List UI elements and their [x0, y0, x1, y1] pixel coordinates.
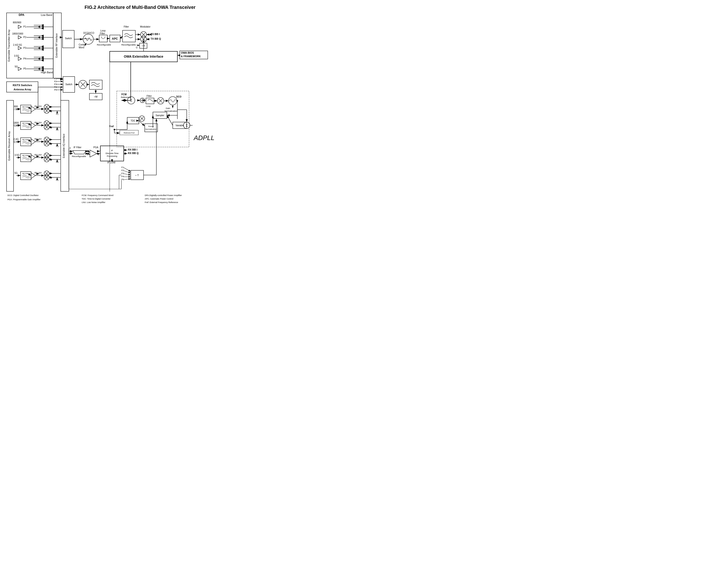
b2-lna-label: B2 LNA — [35, 121, 42, 124]
high-band-label: High Band — [41, 71, 53, 74]
i-b4-label: I — [50, 155, 51, 157]
sigma2-label: Σ — [186, 123, 188, 127]
f5-bot-label: F5 — [121, 178, 124, 181]
rf-filter-b3-label: RF Filter — [22, 139, 30, 141]
retimed-fref-label: Retimed Fref — [124, 132, 135, 134]
svg-rect-3 — [0, 0, 280, 215]
q-div-label: Q — [136, 46, 137, 49]
rx-tx-switches-label: RX/TX Switches — [13, 84, 32, 87]
p1-rx-label: P1 — [54, 77, 57, 80]
loop-filter-label2: Filter — [100, 32, 105, 35]
rf-filter-b4-label: RF Filter — [22, 155, 30, 157]
fcw-label: FCW — [121, 93, 127, 96]
tdc-label: TDC — [131, 119, 136, 122]
low-band-label: Low Band — [41, 14, 52, 16]
i-pga-label: I — [98, 150, 98, 152]
reconfigurable-if-label: Reconfigurable — [72, 155, 86, 158]
rx-5g-label: 5G — [14, 172, 18, 174]
freq-1800-label: 1800/1900 — [12, 32, 23, 35]
f2-bot-label: F2 — [121, 169, 124, 172]
f3-bot-label: F3 — [121, 172, 124, 175]
tx-bb-i-label: TX BB I — [151, 33, 160, 35]
rf-filter-b2-label: RF Filter — [22, 122, 30, 124]
switch-tx-label: Switch — [65, 37, 72, 40]
rx-35-label: 3.5G — [14, 154, 20, 156]
footnote-pga: PGA: Programmable Gain Amplifier — [7, 198, 41, 201]
rx-1900-label: /1900 — [14, 124, 19, 127]
pga-label: PGA — [93, 146, 98, 149]
freq-800-label: 800/900 — [13, 21, 21, 24]
footnote-lna: LNA: Low Noise Amplifier — [82, 201, 106, 204]
extensible-rf-interface-label: Extensible RF Interface — [55, 33, 58, 58]
if-dsp-label3: Processing — [107, 155, 117, 157]
gain-norm-label1: Gain — [166, 107, 170, 109]
i-if-dsp-label: I — [125, 149, 125, 151]
div-t-label: ÷ T — [135, 174, 139, 177]
extensible-transmitter-array-label: Extensible Transmitter Array — [7, 29, 10, 62]
div-r-label: ÷R — [142, 44, 145, 47]
extensible-iq-interface-label: Extensible I/Q Interface — [63, 134, 65, 158]
diagram-container: FIG.2 Architecture of Multi-Band OWA Tra… — [0, 0, 280, 215]
if-dsp-label1: IF — [111, 149, 113, 152]
freq-35-label: 3.5G — [14, 55, 19, 57]
extensible-receiver-array-label: Extensible Receiver Array — [8, 131, 11, 161]
i-b5-label: I — [50, 172, 51, 175]
q-pga-label: Q — [98, 153, 99, 155]
adpll-label: ADPLL — [193, 134, 215, 141]
freq-24-label: 2.4/2.5G — [13, 44, 22, 46]
i-if-label: I — [87, 150, 88, 152]
filter-rx-label: Filter — [147, 95, 152, 97]
if-dsp-label2: Discrete-Time — [106, 152, 119, 155]
f4-bot-label: F4 — [121, 175, 124, 178]
reconfigurable-tx-label: Reconfigurable — [97, 44, 111, 46]
modulator-label: Modulator — [140, 25, 151, 28]
i-b2-label: I — [50, 122, 51, 125]
q-if-dsp-label: Q — [125, 152, 126, 155]
p2-rx-label: P2 — [54, 80, 57, 83]
footnote-dco: DCO: Digital Controlled Oscillator — [7, 194, 39, 197]
rx-800-label: 800 — [14, 105, 18, 108]
b4-lna-label: B4 LNA — [35, 154, 42, 156]
i-div-label: I — [136, 44, 137, 46]
footnote-apc: APC: Automatic Power Control — [145, 198, 173, 200]
rx-1800-label: 1800 — [14, 122, 19, 124]
footnote-dpa: DPA:Digitally-controlled Power Amplifier — [145, 194, 182, 197]
sampler-label: Sampler — [155, 114, 164, 117]
antenna-array-label: Antenna Array — [14, 88, 31, 91]
control-word-label2: Word — [79, 46, 84, 49]
reconfigurable-filter-label: Reconfigurable — [121, 44, 136, 46]
b5-lna-label: B5 LNA — [35, 172, 42, 174]
rx-900-label: / 900 — [14, 108, 19, 111]
rx-25-label: /2.5G — [14, 141, 19, 143]
i-iq-out-label: I — [70, 147, 70, 149]
i-b3-label: I — [50, 139, 51, 141]
p3-tx-label: P3 — [23, 47, 26, 49]
p4-tx-label: P4 — [23, 57, 26, 60]
loop-rx-label: Loop — [146, 105, 151, 107]
p1-tx-label: P1 — [23, 25, 26, 28]
q-if-label: Q — [87, 153, 88, 155]
q-b5-label: Q — [50, 176, 52, 179]
switch-hb-label: Switch — [65, 83, 72, 86]
div-m-label: ÷M — [94, 95, 97, 98]
b3-lna-label: B3 LNA — [35, 138, 42, 140]
rx-bb-i-label: RX BB I — [128, 148, 137, 151]
rf-filter-b1-label: RF Filter — [22, 106, 30, 108]
if-low-label: IF LOW — [107, 161, 116, 164]
footnote-tdc: TDC: Time-to-Digital Converter — [82, 198, 111, 200]
rx-24-label: 2.4G — [14, 138, 19, 141]
dpa-label: DPA — [19, 13, 25, 17]
rf-filter-b5-label: RF Filter — [22, 172, 30, 175]
variable-label: Variable — [176, 124, 184, 127]
tx-bb-q-label: TX BB Q — [151, 37, 161, 40]
title: FIG.2 Architecture of Multi-Band OWA Tra… — [84, 5, 195, 10]
q-b4-label: Q — [50, 158, 52, 161]
filter-tx-label: Filter — [124, 25, 129, 28]
period-norm-label2: Normalization — [145, 128, 157, 130]
framework-label: & FRAMEWORK — [181, 55, 201, 58]
owa-interface-label: OWA Extensible Interface — [124, 55, 163, 58]
p5-rx-label: P5 — [54, 89, 57, 91]
fref-label: Fref — [109, 125, 114, 128]
p2-tx-label: P2 — [23, 36, 26, 39]
if-filter-label: IF Filter — [74, 146, 82, 149]
